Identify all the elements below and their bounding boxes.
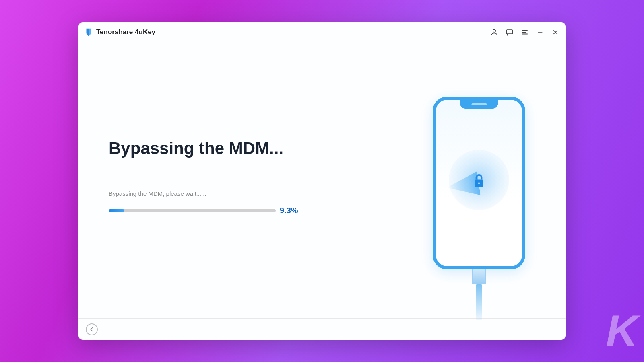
progress-row: 9.3%: [109, 206, 364, 215]
back-button[interactable]: [86, 323, 98, 335]
progress-percent-label: 9.3%: [280, 206, 298, 215]
cable-connector: [472, 269, 486, 284]
app-logo: Tenorshare 4uKey: [84, 28, 155, 37]
illustration-pane: [392, 42, 566, 318]
page-heading: Bypassing the MDM...: [109, 139, 364, 158]
app-window: Tenorshare 4uKey: [78, 22, 566, 340]
cable: [476, 284, 482, 320]
account-icon[interactable]: [490, 28, 499, 37]
watermark-letter: K: [606, 305, 636, 356]
svg-point-0: [493, 29, 496, 32]
lock-icon: [473, 173, 485, 189]
phone-body: [433, 97, 525, 269]
footer-bar: [78, 318, 566, 340]
app-title: Tenorshare 4uKey: [96, 28, 155, 36]
progress-pane: Bypassing the MDM... Bypassing the MDM, …: [78, 42, 392, 318]
main-content: Bypassing the MDM... Bypassing the MDM, …: [78, 42, 566, 318]
minimize-button[interactable]: [536, 28, 545, 37]
svg-rect-1: [507, 30, 513, 34]
logo-shield-icon: [84, 28, 93, 37]
close-button[interactable]: [551, 28, 560, 37]
svg-point-9: [478, 182, 480, 184]
titlebar: Tenorshare 4uKey: [78, 22, 566, 42]
progress-fill: [109, 209, 124, 212]
progress-bar: [109, 209, 276, 212]
phone-illustration: [433, 97, 525, 306]
status-text: Bypassing the MDM, please wait......: [109, 190, 364, 197]
feedback-icon[interactable]: [505, 28, 514, 37]
phone-notch: [460, 100, 498, 109]
menu-icon[interactable]: [520, 28, 529, 37]
